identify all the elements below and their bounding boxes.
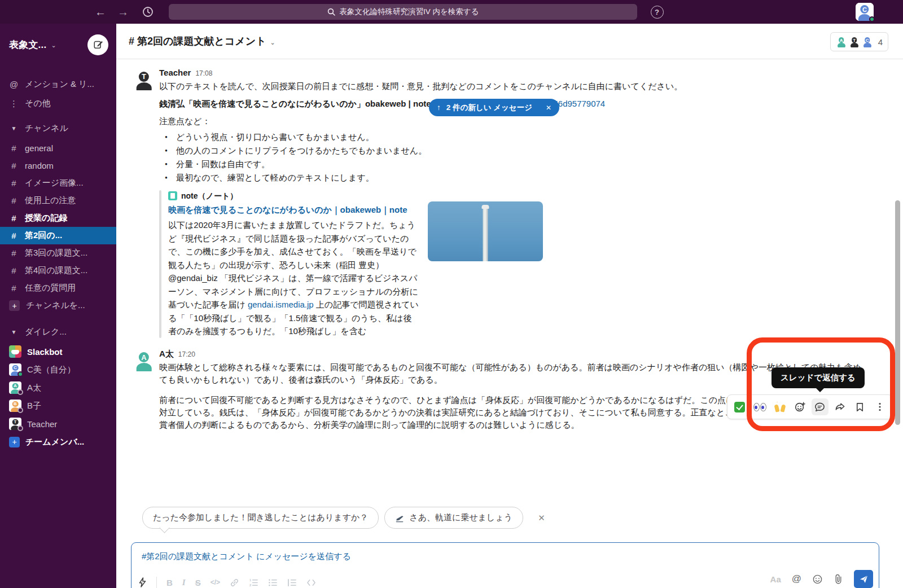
save-bookmark-button[interactable] xyxy=(852,398,869,415)
service-name: note（ノート） xyxy=(181,190,238,201)
emoji-picker-icon[interactable] xyxy=(812,574,823,585)
sidebar-channel-usage-notes[interactable]: #使用上の注意 xyxy=(0,192,116,209)
close-icon[interactable]: ✕ xyxy=(546,104,551,112)
sidebar-channel-class-record[interactable]: #授業の記録 xyxy=(0,209,116,227)
member-avatar: C xyxy=(862,36,873,47)
sidebar-channel-session4[interactable]: #第4回の課題文... xyxy=(0,262,116,279)
react-raised-hands-button[interactable] xyxy=(772,398,788,415)
thread-icon xyxy=(814,401,826,413)
main-panel: # 第2回の課題文献とコメント ⌄ A T C 4 T Teacher 17:0… xyxy=(116,24,903,588)
bullet-list-icon[interactable] xyxy=(268,578,278,587)
help-button[interactable]: ? xyxy=(649,4,665,20)
workspace-header[interactable]: 表象文... ⌄ xyxy=(0,24,116,61)
dismiss-suggestions-icon[interactable]: ✕ xyxy=(538,513,545,523)
sidebar-channel-session2-selected[interactable]: #第2回の... xyxy=(0,227,116,244)
hash-icon: # xyxy=(9,143,19,153)
blockquote-icon[interactable] xyxy=(287,578,297,587)
chevron-down-icon: ⌄ xyxy=(270,39,275,46)
hash-icon: # xyxy=(9,178,19,188)
send-button[interactable] xyxy=(854,570,873,588)
attachment-description: 以下は2020年3月に書いたまま放置していたドラフトだ。ちょうど『現代ビジネス』… xyxy=(168,218,420,338)
share-arrow-icon xyxy=(834,401,846,413)
message-composer: B I S </> 12 xyxy=(131,542,879,588)
notes-label: 注意点など： xyxy=(159,115,867,128)
channels-section-header[interactable]: ▼ チャンネル xyxy=(0,120,116,137)
history-icon[interactable] xyxy=(140,0,156,24)
raised-hands-emoji-icon xyxy=(774,402,786,412)
message-input[interactable] xyxy=(141,551,651,561)
shortcuts-lightning-icon[interactable] xyxy=(138,577,147,587)
text-format-toggle[interactable]: Aa xyxy=(770,574,781,584)
sidebar-add-channel[interactable]: +チャンネルを... xyxy=(0,297,116,314)
takeoff-icon xyxy=(395,513,405,523)
italic-button[interactable]: I xyxy=(182,578,186,587)
attach-file-icon[interactable] xyxy=(834,574,843,585)
sidebar-channel-session3[interactable]: #第3回の課題文... xyxy=(0,244,116,262)
sidebar-item-more[interactable]: ⋮ その他 xyxy=(0,95,116,112)
more-actions-button[interactable] xyxy=(871,398,888,415)
ordered-list-icon[interactable]: 12 xyxy=(249,578,258,587)
message-author[interactable]: Teacher xyxy=(159,67,191,78)
share-message-button[interactable] xyxy=(831,398,848,415)
strikethrough-button[interactable]: S xyxy=(195,578,201,587)
compose-button[interactable] xyxy=(87,34,108,55)
sidebar-channel-general[interactable]: #general xyxy=(0,139,116,157)
search-input[interactable]: 表象文化論特殊研究演習IV 内を検索する xyxy=(169,4,637,20)
sidebar-item-mentions[interactable]: @ メンション & リ... xyxy=(0,76,116,93)
eyes-emoji-icon xyxy=(753,403,766,411)
bookmark-icon xyxy=(854,402,865,413)
search-icon xyxy=(327,8,335,16)
gendai-link[interactable]: gendai.ismedia.jp xyxy=(248,300,314,309)
sidebar-channel-random[interactable]: #random xyxy=(0,157,116,174)
member-avatar: A xyxy=(836,36,847,47)
code-block-icon[interactable] xyxy=(306,578,316,587)
message-author[interactable]: A太 xyxy=(159,348,174,359)
message-timestamp[interactable]: 17:20 xyxy=(178,349,195,360)
new-messages-label: 2 件の新しい メッセージ xyxy=(446,103,532,113)
new-messages-pill[interactable]: ↑ 2 件の新しい メッセージ ✕ xyxy=(429,99,559,116)
workspace-name: 表象文... xyxy=(9,38,46,51)
arrow-up-icon: ↑ xyxy=(437,103,441,112)
forward-icon[interactable]: → xyxy=(115,0,131,24)
react-eyes-button[interactable] xyxy=(751,398,768,415)
hash-icon: # xyxy=(9,196,19,205)
attachment-thumbnail[interactable] xyxy=(428,201,543,261)
hash-icon: # xyxy=(9,213,19,223)
user-avatar[interactable]: C xyxy=(856,3,874,21)
channel-members-button[interactable]: A T C 4 xyxy=(830,32,888,51)
sidebar: 表象文... ⌄ @ メンション & リ... ⋮ その他 ▼ チャンネル #g… xyxy=(0,24,116,588)
dm-section-header[interactable]: ▼ ダイレク... xyxy=(0,323,116,340)
sidebar-dm-cmi[interactable]: C C美（自分） xyxy=(0,361,116,379)
sidebar-dm-slackbot[interactable]: Slackbot xyxy=(0,343,116,361)
message-timestamp[interactable]: 17:08 xyxy=(195,68,212,79)
message-text: 映画体験として総称される様々な要素には、回復可能であるものと回復不可能な（可能性… xyxy=(159,361,867,386)
link-icon[interactable] xyxy=(230,578,239,587)
bold-button[interactable]: B xyxy=(166,578,173,587)
sidebar-dm-bko[interactable]: B B子 xyxy=(0,397,116,415)
sidebar-invite-teammates[interactable]: + チームメンバ... xyxy=(0,433,116,451)
message-actions-toolbar xyxy=(727,394,893,419)
mention-icon[interactable]: @ xyxy=(792,573,801,585)
triangle-down-icon: ▼ xyxy=(9,125,19,131)
avatar[interactable]: T xyxy=(133,69,155,90)
svg-text:2: 2 xyxy=(249,583,251,587)
sidebar-dm-teacher[interactable]: T Teacher xyxy=(0,415,116,433)
back-icon[interactable]: ← xyxy=(93,0,108,24)
reply-in-thread-button[interactable] xyxy=(812,398,829,415)
slackbot-avatar xyxy=(9,345,21,358)
add-reaction-button[interactable] xyxy=(791,398,808,415)
vertical-scrollbar[interactable] xyxy=(895,200,900,425)
code-button[interactable]: </> xyxy=(211,578,220,586)
plus-icon: + xyxy=(9,437,20,447)
sidebar-dm-ata[interactable]: A A太 xyxy=(0,379,116,397)
attachment-title-link[interactable]: 映画を倍速で見ることのなにがわるいのか｜obakeweb｜note xyxy=(168,203,420,217)
suggestion-pill-on-track[interactable]: さあ、軌道に乗せましょう xyxy=(384,507,523,529)
suggestion-pill-joined[interactable]: たった今参加しました！聞き逃したことはありますか？ xyxy=(142,507,379,529)
sidebar-channel-image[interactable]: #イメージ画像... xyxy=(0,174,116,192)
react-check-button[interactable] xyxy=(731,398,748,415)
bullet-item: 分量・回数は自由です。 xyxy=(165,157,867,171)
presence-online-dot xyxy=(17,371,23,377)
sidebar-channel-questions[interactable]: #任意の質問用 xyxy=(0,279,116,297)
channel-title[interactable]: # 第2回の課題文献とコメント xyxy=(129,34,266,48)
avatar[interactable]: A xyxy=(133,350,155,371)
